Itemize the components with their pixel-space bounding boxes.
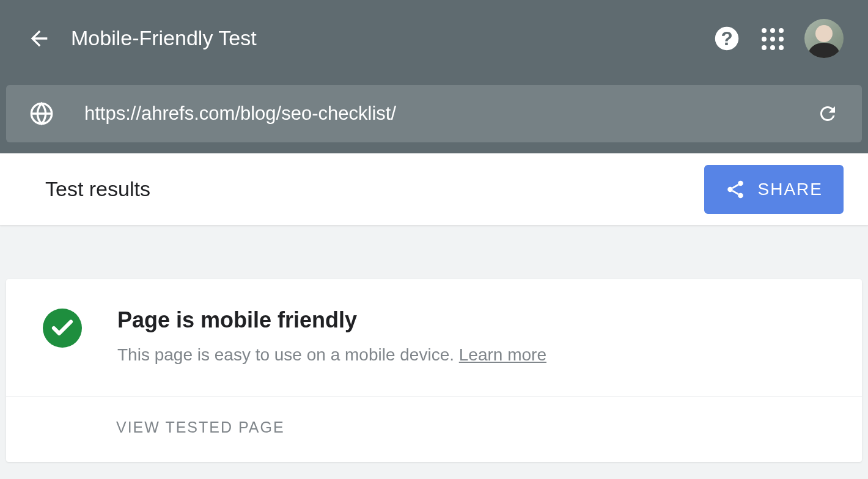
results-section-title: Test results (45, 177, 704, 201)
result-card: Page is mobile friendly This page is eas… (6, 279, 862, 462)
app-header: Mobile-Friendly Test ? (0, 0, 868, 76)
svg-point-5 (727, 186, 733, 192)
svg-text:?: ? (721, 27, 732, 49)
share-icon (725, 179, 746, 200)
svg-line-7 (732, 185, 738, 188)
learn-more-link[interactable]: Learn more (459, 345, 546, 364)
result-heading: Page is mobile friendly (117, 307, 825, 333)
share-button[interactable]: SHARE (704, 165, 844, 214)
result-text: Page is mobile friendly This page is eas… (117, 307, 825, 367)
svg-point-6 (738, 192, 743, 198)
url-bar-container (0, 76, 868, 153)
share-button-label: SHARE (758, 180, 823, 199)
url-input[interactable] (54, 103, 817, 125)
back-arrow-icon[interactable] (24, 24, 54, 53)
view-tested-page-link[interactable]: VIEW TESTED PAGE (116, 419, 285, 436)
header-actions: ? (714, 19, 844, 58)
content-area: Page is mobile friendly This page is eas… (0, 225, 868, 462)
apps-menu-icon[interactable] (759, 26, 785, 51)
results-header: Test results SHARE (0, 153, 868, 225)
globe-icon (29, 101, 54, 126)
svg-point-4 (738, 180, 743, 186)
reload-icon[interactable] (817, 103, 839, 125)
result-description: This page is easy to use on a mobile dev… (117, 345, 459, 364)
card-footer: VIEW TESTED PAGE (6, 397, 862, 462)
url-bar (6, 85, 862, 142)
check-success-icon (43, 309, 82, 348)
result-subtext: This page is easy to use on a mobile dev… (117, 343, 825, 367)
help-icon[interactable]: ? (714, 26, 740, 51)
page-title: Mobile-Friendly Test (71, 26, 714, 50)
user-avatar[interactable] (804, 19, 844, 58)
result-main: Page is mobile friendly This page is eas… (6, 279, 862, 397)
svg-line-8 (732, 191, 738, 194)
